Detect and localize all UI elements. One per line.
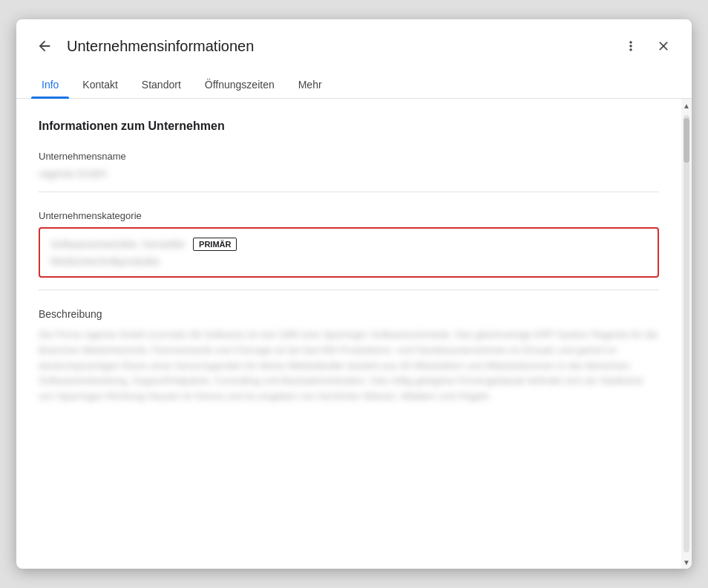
field-group-name: Unternehmensname ragenta GmbH xyxy=(39,151,659,192)
tab-bar: Info Kontakt Standort Öffnungszeiten Meh… xyxy=(16,71,692,99)
name-label: Unternehmensname xyxy=(39,151,659,162)
tab-mehr[interactable]: Mehr xyxy=(288,71,332,98)
field-group-description: Beschreibung Die Firma ragenta GmbH (vor… xyxy=(39,308,659,405)
back-arrow-icon xyxy=(36,38,53,54)
name-value: ragenta GmbH xyxy=(39,168,659,180)
content-area: Informationen zum Unternehmen Unternehme… xyxy=(16,99,681,569)
category-primary-row: Softwareentwickler, hersteller PRIMÄR xyxy=(50,238,647,251)
close-icon xyxy=(656,39,671,53)
modal-header: Unternehmensinformationen xyxy=(16,19,692,71)
content-wrapper: Informationen zum Unternehmen Unternehme… xyxy=(16,99,692,569)
header-actions xyxy=(617,33,677,59)
category-label: Unternehmenskategorie xyxy=(39,210,659,221)
description-text: Die Firma ragenta GmbH (vormals AB Softw… xyxy=(39,327,659,405)
more-options-button[interactable] xyxy=(617,33,644,59)
scrollbar-thumb[interactable] xyxy=(684,118,689,163)
category-primary-text: Softwareentwickler, hersteller xyxy=(50,238,186,250)
primary-badge: PRIMÄR xyxy=(193,238,237,251)
name-divider xyxy=(39,192,659,192)
page-background: Unternehmensinformationen Info xyxy=(0,0,708,588)
close-button[interactable] xyxy=(650,33,677,59)
tab-oeffnungszeiten[interactable]: Öffnungszeiten xyxy=(194,71,285,98)
scroll-down-button[interactable]: ▼ xyxy=(681,555,692,569)
scrollbar-track xyxy=(684,115,689,552)
section-title: Informationen zum Unternehmen xyxy=(39,120,659,133)
category-highlighted-box: Softwareentwickler, hersteller PRIMÄR Me… xyxy=(39,227,659,278)
category-secondary-row: Medizintechnikprodukte xyxy=(50,255,647,267)
scroll-up-button[interactable]: ▲ xyxy=(681,99,692,112)
scrollbar[interactable]: ▲ ▼ xyxy=(681,99,692,569)
category-secondary-text: Medizintechnikprodukte xyxy=(50,255,160,267)
modal-title: Unternehmensinformationen xyxy=(67,38,617,55)
modal-window: Unternehmensinformationen Info xyxy=(16,19,692,569)
tab-kontakt[interactable]: Kontakt xyxy=(72,71,128,98)
tab-info[interactable]: Info xyxy=(31,71,69,98)
description-label: Beschreibung xyxy=(39,308,659,320)
tab-standort[interactable]: Standort xyxy=(131,71,191,98)
back-button[interactable] xyxy=(31,33,58,59)
field-group-category: Unternehmenskategorie Softwareentwickler… xyxy=(39,210,659,290)
category-divider xyxy=(39,290,659,290)
more-vert-icon xyxy=(623,39,638,53)
